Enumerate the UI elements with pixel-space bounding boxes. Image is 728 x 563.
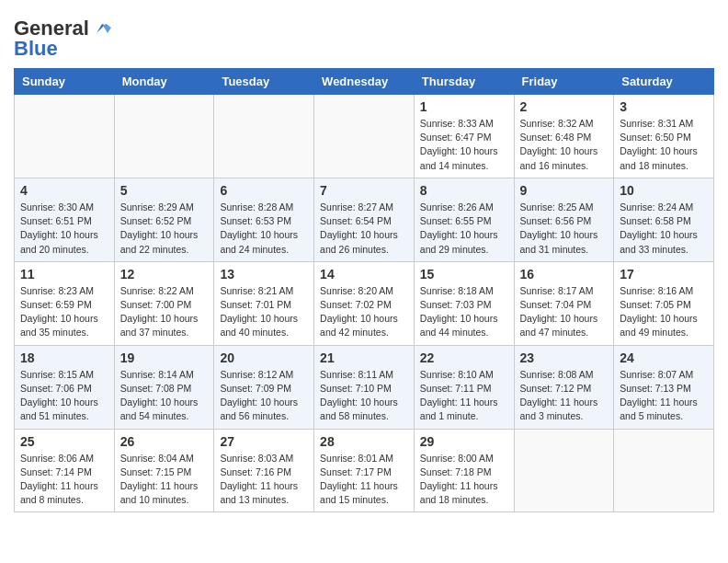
calendar-cell: 2Sunrise: 8:32 AM Sunset: 6:48 PM Daylig… <box>514 95 614 178</box>
calendar-cell: 12Sunrise: 8:22 AM Sunset: 7:00 PM Dayli… <box>114 261 214 345</box>
logo-bird-icon <box>91 20 111 37</box>
day-number: 4 <box>20 183 108 198</box>
day-info: Sunrise: 8:00 AM Sunset: 7:18 PM Dayligh… <box>420 452 508 508</box>
header: General Blue <box>14 9 714 61</box>
day-info: Sunrise: 8:28 AM Sunset: 6:53 PM Dayligh… <box>220 201 308 257</box>
day-info: Sunrise: 8:12 AM Sunset: 7:09 PM Dayligh… <box>220 368 308 424</box>
day-info: Sunrise: 8:18 AM Sunset: 7:03 PM Dayligh… <box>420 284 508 340</box>
day-header-row: SundayMondayTuesdayWednesdayThursdayFrid… <box>15 69 714 95</box>
calendar-cell: 3Sunrise: 8:31 AM Sunset: 6:50 PM Daylig… <box>614 95 714 178</box>
day-number: 6 <box>220 183 308 198</box>
day-info: Sunrise: 8:33 AM Sunset: 6:47 PM Dayligh… <box>420 117 508 173</box>
day-header-tuesday: Tuesday <box>214 69 314 95</box>
logo-blue: Blue <box>14 37 58 61</box>
day-number: 23 <box>520 350 609 365</box>
day-number: 5 <box>120 183 209 198</box>
day-info: Sunrise: 8:06 AM Sunset: 7:14 PM Dayligh… <box>20 452 108 508</box>
calendar-cell <box>314 95 415 178</box>
calendar-cell: 14Sunrise: 8:20 AM Sunset: 7:02 PM Dayli… <box>314 261 415 345</box>
day-info: Sunrise: 8:16 AM Sunset: 7:05 PM Dayligh… <box>620 284 708 340</box>
day-info: Sunrise: 8:22 AM Sunset: 7:00 PM Dayligh… <box>120 284 209 340</box>
day-info: Sunrise: 8:15 AM Sunset: 7:06 PM Dayligh… <box>20 368 108 424</box>
day-number: 28 <box>320 434 408 449</box>
calendar-cell: 18Sunrise: 8:15 AM Sunset: 7:06 PM Dayli… <box>15 345 115 429</box>
day-info: Sunrise: 8:14 AM Sunset: 7:08 PM Dayligh… <box>120 368 209 424</box>
calendar-cell: 15Sunrise: 8:18 AM Sunset: 7:03 PM Dayli… <box>414 261 514 345</box>
day-header-monday: Monday <box>114 69 214 95</box>
day-number: 12 <box>120 267 209 282</box>
logo: General Blue <box>14 17 111 61</box>
day-info: Sunrise: 8:08 AM Sunset: 7:12 PM Dayligh… <box>520 368 609 424</box>
week-row-3: 11Sunrise: 8:23 AM Sunset: 6:59 PM Dayli… <box>15 261 714 345</box>
day-number: 26 <box>120 434 209 449</box>
day-info: Sunrise: 8:07 AM Sunset: 7:13 PM Dayligh… <box>620 368 708 424</box>
calendar-cell: 17Sunrise: 8:16 AM Sunset: 7:05 PM Dayli… <box>614 261 714 345</box>
calendar-cell: 6Sunrise: 8:28 AM Sunset: 6:53 PM Daylig… <box>214 178 314 261</box>
day-info: Sunrise: 8:03 AM Sunset: 7:16 PM Dayligh… <box>220 452 308 508</box>
calendar-cell: 9Sunrise: 8:25 AM Sunset: 6:56 PM Daylig… <box>514 178 614 261</box>
day-info: Sunrise: 8:32 AM Sunset: 6:48 PM Dayligh… <box>520 117 609 173</box>
week-row-4: 18Sunrise: 8:15 AM Sunset: 7:06 PM Dayli… <box>15 345 714 429</box>
day-number: 19 <box>120 350 209 365</box>
day-number: 29 <box>420 434 508 449</box>
day-info: Sunrise: 8:21 AM Sunset: 7:01 PM Dayligh… <box>220 284 308 340</box>
calendar-cell <box>514 429 614 512</box>
day-number: 14 <box>320 267 408 282</box>
calendar-cell: 11Sunrise: 8:23 AM Sunset: 6:59 PM Dayli… <box>15 261 115 345</box>
day-info: Sunrise: 8:29 AM Sunset: 6:52 PM Dayligh… <box>120 201 209 257</box>
day-number: 20 <box>220 350 308 365</box>
day-info: Sunrise: 8:25 AM Sunset: 6:56 PM Dayligh… <box>520 201 609 257</box>
calendar-cell: 24Sunrise: 8:07 AM Sunset: 7:13 PM Dayli… <box>614 345 714 429</box>
day-number: 7 <box>320 183 408 198</box>
calendar-cell: 25Sunrise: 8:06 AM Sunset: 7:14 PM Dayli… <box>15 429 115 512</box>
day-info: Sunrise: 8:11 AM Sunset: 7:10 PM Dayligh… <box>320 368 408 424</box>
day-header-saturday: Saturday <box>614 69 714 95</box>
calendar-cell: 27Sunrise: 8:03 AM Sunset: 7:16 PM Dayli… <box>214 429 314 512</box>
calendar-cell <box>15 95 115 178</box>
day-info: Sunrise: 8:23 AM Sunset: 6:59 PM Dayligh… <box>20 284 108 340</box>
calendar-cell: 10Sunrise: 8:24 AM Sunset: 6:58 PM Dayli… <box>614 178 714 261</box>
calendar-table: SundayMondayTuesdayWednesdayThursdayFrid… <box>14 68 714 512</box>
day-header-sunday: Sunday <box>15 69 115 95</box>
day-info: Sunrise: 8:10 AM Sunset: 7:11 PM Dayligh… <box>420 368 508 424</box>
calendar-cell <box>614 429 714 512</box>
day-info: Sunrise: 8:20 AM Sunset: 7:02 PM Dayligh… <box>320 284 408 340</box>
day-header-friday: Friday <box>514 69 614 95</box>
calendar-cell: 1Sunrise: 8:33 AM Sunset: 6:47 PM Daylig… <box>414 95 514 178</box>
calendar-cell: 7Sunrise: 8:27 AM Sunset: 6:54 PM Daylig… <box>314 178 415 261</box>
day-number: 9 <box>520 183 609 198</box>
day-info: Sunrise: 8:26 AM Sunset: 6:55 PM Dayligh… <box>420 201 508 257</box>
day-info: Sunrise: 8:17 AM Sunset: 7:04 PM Dayligh… <box>520 284 609 340</box>
day-info: Sunrise: 8:31 AM Sunset: 6:50 PM Dayligh… <box>620 117 708 173</box>
calendar-cell: 8Sunrise: 8:26 AM Sunset: 6:55 PM Daylig… <box>414 178 514 261</box>
day-number: 27 <box>220 434 308 449</box>
day-number: 18 <box>20 350 108 365</box>
calendar-cell: 28Sunrise: 8:01 AM Sunset: 7:17 PM Dayli… <box>314 429 415 512</box>
calendar-cell: 23Sunrise: 8:08 AM Sunset: 7:12 PM Dayli… <box>514 345 614 429</box>
day-number: 8 <box>420 183 508 198</box>
calendar-cell <box>214 95 314 178</box>
day-header-thursday: Thursday <box>414 69 514 95</box>
day-number: 11 <box>20 267 108 282</box>
day-number: 10 <box>620 183 708 198</box>
day-number: 13 <box>220 267 308 282</box>
day-number: 21 <box>320 350 408 365</box>
day-number: 24 <box>620 350 708 365</box>
week-row-1: 1Sunrise: 8:33 AM Sunset: 6:47 PM Daylig… <box>15 95 714 178</box>
day-number: 17 <box>620 267 708 282</box>
day-number: 3 <box>620 99 708 114</box>
calendar-cell: 26Sunrise: 8:04 AM Sunset: 7:15 PM Dayli… <box>114 429 214 512</box>
day-header-wednesday: Wednesday <box>314 69 415 95</box>
day-info: Sunrise: 8:24 AM Sunset: 6:58 PM Dayligh… <box>620 201 708 257</box>
day-number: 2 <box>520 99 609 114</box>
calendar-cell <box>114 95 214 178</box>
day-number: 22 <box>420 350 508 365</box>
calendar-cell: 19Sunrise: 8:14 AM Sunset: 7:08 PM Dayli… <box>114 345 214 429</box>
calendar-cell: 5Sunrise: 8:29 AM Sunset: 6:52 PM Daylig… <box>114 178 214 261</box>
day-info: Sunrise: 8:27 AM Sunset: 6:54 PM Dayligh… <box>320 201 408 257</box>
calendar-cell: 22Sunrise: 8:10 AM Sunset: 7:11 PM Dayli… <box>414 345 514 429</box>
calendar-cell: 29Sunrise: 8:00 AM Sunset: 7:18 PM Dayli… <box>414 429 514 512</box>
calendar-cell: 16Sunrise: 8:17 AM Sunset: 7:04 PM Dayli… <box>514 261 614 345</box>
day-info: Sunrise: 8:01 AM Sunset: 7:17 PM Dayligh… <box>320 452 408 508</box>
calendar-cell: 13Sunrise: 8:21 AM Sunset: 7:01 PM Dayli… <box>214 261 314 345</box>
